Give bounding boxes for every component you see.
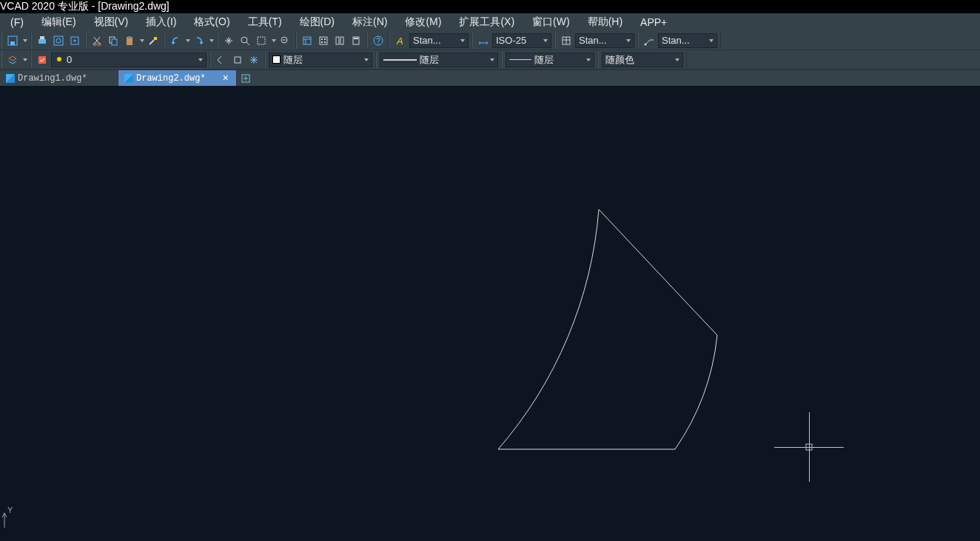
undo-icon[interactable]	[168, 33, 183, 48]
cut-icon[interactable]	[90, 33, 104, 48]
design-center-icon[interactable]	[316, 33, 331, 48]
layer-freeze-icon[interactable]	[246, 53, 261, 67]
title-bar: VCAD 2020 专业版 - [Drawing2.dwg]	[0, 0, 980, 13]
print-icon[interactable]	[35, 33, 50, 48]
menu-format[interactable]: 格式(O)	[185, 14, 238, 30]
color-combo[interactable]: 随层	[269, 53, 372, 67]
chevron-down-icon	[364, 58, 369, 61]
paste-icon[interactable]	[122, 33, 137, 48]
ucs-icon: Y	[0, 505, 22, 535]
layer-states-icon[interactable]	[35, 53, 50, 67]
menu-app[interactable]: APP+	[631, 15, 676, 30]
lightbulb-icon	[55, 56, 64, 64]
svg-text:Y: Y	[7, 505, 13, 514]
lineweight-value: 随层	[534, 53, 554, 67]
svg-rect-24	[340, 37, 343, 44]
svg-text:A: A	[396, 36, 403, 46]
linetype-combo[interactable]: 随层	[380, 53, 498, 67]
toolbar-row-1: ? A Stan... ISO-25 Stan... Stan...	[0, 31, 980, 50]
layer-previous-icon[interactable]	[214, 53, 229, 67]
menu-help[interactable]: 帮助(H)	[579, 14, 631, 30]
match-prop-icon[interactable]	[146, 33, 161, 48]
save-dropdown-icon[interactable]	[23, 39, 27, 42]
menu-view[interactable]: 视图(V)	[85, 14, 138, 30]
tool-palettes-icon[interactable]	[332, 33, 347, 48]
menu-file[interactable]: (F)	[1, 15, 33, 30]
layer-manager-icon[interactable]	[5, 53, 20, 67]
table-style-combo[interactable]: Stan...	[575, 33, 634, 48]
redo-dropdown-icon[interactable]	[209, 39, 214, 42]
lineweight-sample-icon	[509, 59, 531, 60]
redo-icon[interactable]	[192, 33, 207, 48]
linetype-value: 随层	[420, 53, 439, 67]
copy-icon[interactable]	[106, 33, 121, 48]
plotstyle-combo[interactable]: 随颜色	[602, 53, 683, 67]
layer-combo[interactable]: 0	[51, 53, 207, 67]
new-tab-button[interactable]	[237, 70, 255, 86]
menu-bar: (F) 编辑(E) 视图(V) 插入(I) 格式(O) 工具(T) 绘图(D) …	[0, 13, 980, 31]
menu-dim[interactable]: 标注(N)	[343, 14, 396, 30]
linetype-sample-icon	[383, 59, 417, 61]
menu-window[interactable]: 窗口(W)	[523, 14, 579, 30]
svg-point-31	[645, 43, 647, 45]
mleader-style-combo[interactable]: Stan...	[658, 33, 717, 48]
menu-edit[interactable]: 编辑(E)	[33, 14, 85, 30]
drawing-canvas[interactable]: Y	[0, 86, 980, 541]
toolbar-row-2: 0 随层 随层 随层 随颜色	[0, 50, 980, 70]
layer-value: 0	[67, 54, 72, 65]
text-style-combo[interactable]: Stan...	[409, 33, 469, 48]
mleader-style-icon[interactable]	[642, 33, 657, 48]
dim-style-icon[interactable]	[476, 33, 491, 48]
menu-draw[interactable]: 绘图(D)	[291, 14, 343, 30]
table-style-icon[interactable]	[559, 33, 574, 48]
lineweight-combo[interactable]: 随层	[506, 53, 594, 67]
plotstyle-value: 随颜色	[605, 53, 634, 67]
properties-icon[interactable]	[300, 33, 315, 48]
close-icon[interactable]: ×	[221, 73, 230, 84]
menu-insert[interactable]: 插入(I)	[137, 14, 185, 30]
dim-style-combo[interactable]: ISO-25	[492, 33, 551, 48]
zoom-previous-icon[interactable]	[278, 33, 292, 48]
svg-rect-32	[38, 56, 46, 64]
layer-isolate-icon[interactable]	[230, 53, 245, 67]
text-style-value: Stan...	[413, 35, 441, 46]
svg-text:?: ?	[376, 37, 380, 45]
dim-style-value: ISO-25	[496, 35, 526, 46]
doc-tab-1[interactable]: Drawing1.dwg*	[0, 70, 118, 86]
chevron-down-icon	[626, 39, 631, 42]
doc-tab-2-label: Drawing2.dwg*	[136, 73, 206, 84]
mleader-style-value: Stan...	[662, 35, 690, 46]
doc-tab-2[interactable]: Drawing2.dwg* ×	[118, 70, 237, 86]
svg-rect-20	[324, 38, 326, 40]
layer-dropdown-icon[interactable]	[23, 58, 27, 61]
svg-rect-2	[38, 39, 46, 44]
chevron-down-icon	[490, 58, 494, 61]
chevron-down-icon	[709, 39, 714, 42]
pan-icon[interactable]	[221, 33, 236, 48]
chevron-down-icon	[460, 39, 465, 42]
menu-modify[interactable]: 修改(M)	[396, 14, 450, 30]
zoom-dropdown-icon[interactable]	[272, 39, 276, 42]
svg-rect-23	[336, 37, 339, 44]
text-style-icon[interactable]: A	[393, 33, 408, 48]
plot-preview-icon[interactable]	[51, 33, 66, 48]
svg-rect-4	[54, 36, 63, 45]
svg-point-14	[241, 37, 247, 43]
svg-rect-22	[324, 41, 326, 43]
doc-tab-1-label: Drawing1.dwg*	[18, 73, 87, 84]
chevron-down-icon	[198, 58, 203, 61]
publish-icon[interactable]	[67, 33, 82, 48]
svg-rect-18	[320, 37, 327, 44]
paste-dropdown-icon[interactable]	[140, 39, 144, 42]
menu-tool[interactable]: 工具(T)	[239, 14, 291, 30]
zoom-window-icon[interactable]	[254, 33, 269, 48]
save-icon[interactable]	[5, 33, 20, 48]
undo-dropdown-icon[interactable]	[186, 39, 190, 42]
document-tab-bar: Drawing1.dwg* Drawing2.dwg* ×	[0, 70, 980, 86]
zoom-realtime-icon[interactable]	[238, 33, 252, 48]
menu-ext[interactable]: 扩展工具(X)	[450, 14, 523, 30]
svg-rect-3	[40, 36, 44, 39]
drawing-content	[0, 86, 980, 541]
calculator-icon[interactable]	[349, 33, 363, 48]
help-icon[interactable]: ?	[371, 33, 386, 48]
